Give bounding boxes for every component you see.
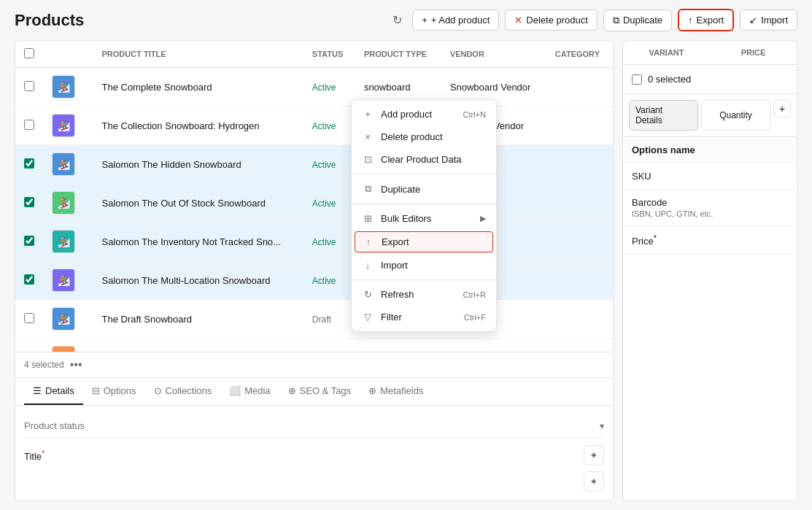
table-row[interactable]: 🏂 The Collection Snowboard: Hydrogen Act… bbox=[15, 107, 613, 145]
tab-metafields[interactable]: ⊕Metafields bbox=[360, 378, 432, 405]
menu-item-label: Import bbox=[381, 260, 408, 271]
menu-item-duplicate[interactable]: ⧉Duplicate bbox=[352, 177, 496, 201]
tab-details[interactable]: ☰Details bbox=[24, 378, 83, 405]
row-checkbox-cell[interactable] bbox=[15, 68, 43, 107]
row-checkbox-cell[interactable] bbox=[15, 145, 43, 184]
row-category-cell bbox=[546, 107, 613, 145]
status-badge: Active bbox=[312, 237, 336, 247]
row-title-cell[interactable]: The Collection Snowboard: Hydrogen bbox=[93, 107, 303, 145]
row-checkbox-cell[interactable] bbox=[15, 107, 43, 145]
plus-icon: + bbox=[422, 15, 428, 26]
right-panel-select-all[interactable] bbox=[632, 74, 642, 85]
menu-item-label: Export bbox=[382, 236, 409, 247]
row-checkbox-cell[interactable] bbox=[15, 184, 43, 223]
menu-item-filter[interactable]: ▽FilterCtrl+F bbox=[352, 306, 496, 328]
row-checkbox-cell[interactable] bbox=[15, 300, 43, 339]
menu-shortcut: Ctrl+F bbox=[464, 313, 486, 322]
table-row[interactable]: 🏂 The Compare at Price Snowboard Active bbox=[15, 339, 613, 352]
select-all-header[interactable] bbox=[15, 41, 43, 68]
row-status-cell: Active bbox=[303, 223, 355, 261]
row-title-cell[interactable]: The Compare at Price Snowboard bbox=[93, 339, 303, 352]
right-panel: VARIANT PRICE 0 selected Variant Details… bbox=[622, 40, 797, 501]
options-icon: ⊟ bbox=[92, 385, 100, 396]
option-options-name: Options name bbox=[623, 137, 797, 163]
table-row[interactable]: 🏂 The Complete Snowboard Active snowboar… bbox=[15, 68, 613, 107]
menu-divider bbox=[352, 174, 496, 174]
row-title-cell[interactable]: The Draft Snowboard bbox=[93, 300, 303, 339]
row-checkbox[interactable] bbox=[24, 120, 34, 130]
tab-media[interactable]: ⬜Media bbox=[220, 378, 279, 405]
product-thumb-icon: 🏂 bbox=[58, 81, 70, 93]
menu-item-refresh[interactable]: ↻RefreshCtrl+R bbox=[352, 283, 496, 306]
row-checkbox[interactable] bbox=[24, 158, 34, 169]
product-type-header: PRODUCT TYPE bbox=[355, 41, 441, 68]
menu-item-export[interactable]: ↑Export bbox=[355, 231, 493, 252]
row-title-cell[interactable]: The Complete Snowboard bbox=[93, 68, 303, 107]
details-icon: ☰ bbox=[33, 385, 42, 396]
seo-tags-icon: ⊕ bbox=[288, 385, 296, 396]
status-badge: Active bbox=[312, 121, 336, 131]
tab-collections[interactable]: ⊙Collections bbox=[145, 378, 221, 405]
menu-item-bulk-editors[interactable]: ⊞Bulk Editors▶ bbox=[352, 207, 496, 230]
row-checkbox[interactable] bbox=[24, 313, 34, 323]
import-button[interactable]: ↙ Import bbox=[740, 9, 797, 31]
menu-item-label: Filter bbox=[381, 312, 402, 322]
menu-item-clear-product-data[interactable]: ⊡Clear Product Data bbox=[352, 148, 496, 171]
row-checkbox[interactable] bbox=[24, 236, 34, 246]
collections-icon: ⊙ bbox=[154, 385, 162, 396]
title-field-label: Title* bbox=[24, 449, 45, 462]
tab-options[interactable]: ⊟Options bbox=[83, 378, 145, 405]
menu-shortcut: Ctrl+R bbox=[463, 290, 486, 299]
add-product-icon: + bbox=[362, 109, 374, 120]
add-product-button[interactable]: + + Add product bbox=[412, 9, 499, 31]
row-checkbox-cell[interactable] bbox=[15, 261, 43, 300]
row-thumb-cell: 🏂 bbox=[43, 300, 93, 339]
table-row[interactable]: 🏂 Salomon The Inventory Not Tracked Sno.… bbox=[15, 223, 613, 261]
export-icon: ↑ bbox=[363, 236, 374, 247]
row-title-cell[interactable]: Salomon The Hidden Snowboard bbox=[93, 145, 303, 184]
row-checkbox[interactable] bbox=[24, 197, 34, 207]
row-title-cell[interactable]: Salomon The Out Of Stock Snowboard bbox=[93, 184, 303, 223]
row-title-cell[interactable]: Salomon The Multi-Location Snowboard bbox=[93, 261, 303, 300]
select-all-checkbox[interactable] bbox=[24, 48, 34, 58]
status-header: STATUS bbox=[303, 41, 355, 68]
more-options-button[interactable]: ••• bbox=[70, 358, 82, 371]
delete-product-button[interactable]: ✕ Delete product bbox=[505, 9, 598, 31]
export-button[interactable]: ↑ Export bbox=[678, 9, 734, 31]
row-checkbox[interactable] bbox=[24, 274, 34, 285]
row-checkbox-cell[interactable] bbox=[15, 339, 43, 352]
option-sub: ISBN, UPC, GTIN, etc. bbox=[632, 209, 788, 218]
title-sparkle-icon[interactable]: ✦ bbox=[584, 445, 604, 465]
row-category-cell bbox=[546, 223, 613, 261]
tab-seo-tags[interactable]: ⊕SEO & Tags bbox=[279, 378, 360, 405]
refresh-button[interactable]: ↻ bbox=[388, 9, 406, 31]
status-badge: Active bbox=[312, 198, 336, 209]
menu-item-import[interactable]: ↓Import bbox=[352, 254, 496, 277]
option-barcode[interactable]: BarcodeISBN, UPC, GTIN, etc. bbox=[623, 190, 797, 226]
status-badge: Active bbox=[312, 160, 336, 170]
menu-item-add-product[interactable]: +Add productCtrl+N bbox=[352, 103, 496, 125]
vtab-quantity[interactable]: Quantity bbox=[701, 100, 770, 131]
table-row[interactable]: 🏂 Salomon The Multi-Location Snowboard A… bbox=[15, 261, 613, 300]
row-checkbox[interactable] bbox=[24, 81, 34, 91]
menu-divider bbox=[352, 279, 496, 280]
import-icon: ↙ bbox=[749, 15, 757, 26]
option-sku[interactable]: SKU bbox=[623, 163, 797, 190]
row-thumb-cell: 🏂 bbox=[43, 107, 93, 145]
table-row[interactable]: 🏂 Salomon The Out Of Stock Snowboard Act… bbox=[15, 184, 613, 223]
vtab-variant-details[interactable]: Variant Details bbox=[629, 100, 698, 131]
option-price[interactable]: Price* bbox=[623, 226, 797, 255]
delete-product-icon: × bbox=[362, 131, 374, 142]
product-name: The Complete Snowboard bbox=[101, 82, 212, 93]
table-row[interactable]: 🏂 Salomon The Hidden Snowboard Active bbox=[15, 145, 613, 184]
row-title-cell[interactable]: Salomon The Inventory Not Tracked Sno... bbox=[93, 223, 303, 261]
product-thumb-icon: 🏂 bbox=[58, 274, 70, 286]
add-variant-tab-button[interactable]: + bbox=[773, 100, 791, 117]
duplicate-button[interactable]: ⧉ Duplicate bbox=[603, 9, 672, 31]
tab-label: Metafields bbox=[380, 385, 423, 396]
title-ai-icon[interactable]: ✦ bbox=[584, 471, 604, 492]
row-checkbox-cell[interactable] bbox=[15, 223, 43, 261]
menu-item-delete-product[interactable]: ×Delete product bbox=[352, 125, 496, 148]
vendor-header: VENDOR bbox=[441, 41, 546, 68]
table-row[interactable]: 🏂 The Draft Snowboard Draft bbox=[15, 300, 613, 339]
